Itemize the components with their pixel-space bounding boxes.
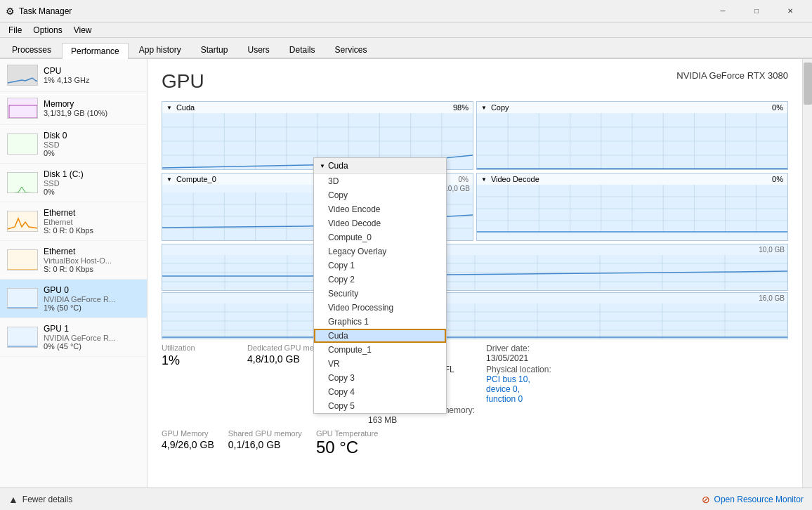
util-value: 1% xyxy=(162,353,239,368)
vd-label-text[interactable]: Video Decode xyxy=(491,175,539,183)
gpu0-name: GPU 0 xyxy=(44,285,140,295)
app-title: Task Manager xyxy=(19,6,72,16)
minimize-button[interactable]: ─ xyxy=(707,1,739,22)
disk0-info: Disk 0 SSD 0% xyxy=(44,131,140,157)
cuda-chevron: ▼ xyxy=(166,105,172,111)
disk1-thumb xyxy=(7,172,38,193)
dropdown-item-video-decode[interactable]: Video Decode xyxy=(314,216,446,230)
util-label: Utilization xyxy=(162,344,239,352)
sidebar-item-ethernet2[interactable]: Ethernet VirtualBox Host-O... S: 0 R: 0 … xyxy=(0,241,147,280)
chart-vd-label: ▼ Video Decode 0% xyxy=(477,174,787,185)
cpu-thumb xyxy=(7,65,38,86)
eth1-name: Ethernet xyxy=(44,208,140,218)
disk1-name: Disk 1 (C:) xyxy=(44,169,140,179)
sidebar-item-cpu[interactable]: CPU 1% 4,13 GHz xyxy=(0,59,147,92)
dropdown-item-copy1[interactable]: Copy 1 xyxy=(314,259,446,273)
chart-cuda-label: ▼ Cuda 98% xyxy=(162,102,473,113)
scrollbar-thumb[interactable] xyxy=(804,63,812,105)
gpu1-info: GPU 1 NVIDIA GeForce R... 0% (45 °C) xyxy=(44,324,140,351)
dropdown-item-legacy-overlay[interactable]: Legacy Overlay xyxy=(314,244,446,259)
bottom-bar: ▲ Fewer details ⊘ Open Resource Monitor xyxy=(0,488,812,510)
open-resource-monitor-btn[interactable]: ⊘ Open Resource Monitor xyxy=(702,494,804,505)
dropdown-header[interactable]: ▼ Cuda xyxy=(314,158,446,174)
menu-file[interactable]: File xyxy=(3,24,27,37)
dropdown-item-copy[interactable]: Copy xyxy=(314,188,446,202)
dropdown-item-copy3[interactable]: Copy 3 xyxy=(314,371,446,385)
gpu0-info: GPU 0 NVIDIA GeForce R... 1% (50 °C) xyxy=(44,285,140,312)
bottom-stats: GPU Memory 4,9/26,0 GB Shared GPU memory… xyxy=(162,429,788,457)
charts-grid: ▼ Cuda 98% xyxy=(162,101,788,241)
memory-name: Memory xyxy=(44,99,140,109)
right-panel: GPU NVIDIA GeForce RTX 3080 ▼ Cuda 98% xyxy=(148,59,802,488)
sidebar-item-disk1[interactable]: Disk 1 (C:) SSD 0% xyxy=(0,164,147,202)
app-icon: ⚙ xyxy=(6,6,15,17)
vd-percent: 0% xyxy=(772,175,783,183)
stat-temperature: GPU Temperature 50 °C xyxy=(316,429,378,457)
mem-label-text[interactable]: Compute_0 xyxy=(176,175,216,183)
copy-chevron: ▼ xyxy=(481,105,487,111)
cuda-dropdown-menu: ▼ Cuda 3D Copy Video Encode Video Decode… xyxy=(313,157,447,414)
vd-chevron: ▼ xyxy=(481,176,487,183)
disk1-info: Disk 1 (C:) SSD 0% xyxy=(44,169,140,196)
fewer-details-icon: ▲ xyxy=(8,494,18,505)
dropdown-item-video-encode[interactable]: Video Encode xyxy=(314,202,446,216)
info-phys-loc: Physical location: PCI bus 10, device 0,… xyxy=(486,365,551,404)
eth2-info: Ethernet VirtualBox Host-O... S: 0 R: 0 … xyxy=(44,247,140,273)
copy-label-text[interactable]: Copy xyxy=(491,103,509,112)
cpu-name: CPU xyxy=(44,66,140,76)
close-button[interactable]: ✕ xyxy=(774,1,806,22)
sidebar-item-gpu1[interactable]: GPU 1 NVIDIA GeForce R... 0% (45 °C) xyxy=(0,318,147,357)
shared-usage-area xyxy=(162,303,787,339)
svg-rect-8 xyxy=(8,289,38,309)
panel-device: NVIDIA GeForce RTX 3080 xyxy=(676,70,788,81)
dropdown-title: Cuda xyxy=(328,161,348,171)
disk0-type: SSD xyxy=(44,140,140,149)
tab-users[interactable]: Users xyxy=(238,41,278,58)
menu-options[interactable]: Options xyxy=(27,24,67,37)
chart-copy-label: ▼ Copy 0% xyxy=(477,102,787,113)
dropdown-item-graphics1[interactable]: Graphics 1 xyxy=(314,315,446,329)
tab-services[interactable]: Services xyxy=(326,41,376,58)
tab-details[interactable]: Details xyxy=(280,41,325,58)
tab-performance[interactable]: Performance xyxy=(62,43,129,59)
sidebar-item-disk0[interactable]: Disk 0 SSD 0% xyxy=(0,125,147,164)
gpu0-type: NVIDIA GeForce R... xyxy=(44,295,140,303)
tab-app-history[interactable]: App history xyxy=(130,41,190,58)
eth1-thumb xyxy=(7,211,38,232)
scrollbar-track[interactable] xyxy=(802,59,812,488)
dropdown-item-cuda[interactable]: Cuda xyxy=(314,329,446,343)
dropdown-item-compute1[interactable]: Compute_1 xyxy=(314,343,446,357)
cuda-label-text[interactable]: Cuda xyxy=(176,103,195,112)
dropdown-item-compute0[interactable]: Compute_0 xyxy=(314,230,446,244)
title-bar-left: ⚙ Task Manager xyxy=(6,6,72,17)
eth2-type: VirtualBox Host-O... xyxy=(44,256,140,265)
chart-copy: ▼ Copy 0% xyxy=(476,101,788,170)
svg-rect-5 xyxy=(8,211,38,232)
dropdown-item-3d[interactable]: 3D xyxy=(314,174,446,188)
disk0-name: Disk 0 xyxy=(44,131,140,140)
dropdown-item-copy5[interactable]: Copy 5 xyxy=(314,399,446,413)
dropdown-item-video-processing[interactable]: Video Processing xyxy=(314,301,446,315)
dropdown-item-copy2[interactable]: Copy 2 xyxy=(314,273,446,287)
mem-chevron: ▼ xyxy=(166,176,172,183)
dropdown-chevron: ▼ xyxy=(320,163,325,169)
cpu-val: 1% 4,13 GHz xyxy=(44,76,140,84)
sidebar-item-memory[interactable]: Memory 3,1/31,9 GB (10%) xyxy=(0,92,147,125)
panel-header: GPU NVIDIA GeForce RTX 3080 xyxy=(162,70,788,93)
sidebar-item-gpu0[interactable]: GPU 0 NVIDIA GeForce R... 1% (50 °C) xyxy=(0,280,147,318)
disk0-val: 0% xyxy=(44,149,140,157)
cpu-info: CPU 1% 4,13 GHz xyxy=(44,66,140,84)
tab-processes[interactable]: Processes xyxy=(3,41,60,58)
title-bar-controls: ─ □ ✕ xyxy=(707,1,806,22)
sidebar-item-ethernet1[interactable]: Ethernet Ethernet S: 0 R: 0 Kbps xyxy=(0,202,147,241)
dropdown-item-vr[interactable]: VR xyxy=(314,357,446,371)
dropdown-item-security[interactable]: Security xyxy=(314,287,446,301)
tab-startup[interactable]: Startup xyxy=(192,41,237,58)
eth2-thumb xyxy=(7,249,38,270)
maximize-button[interactable]: □ xyxy=(740,1,773,22)
svg-rect-10 xyxy=(8,327,38,348)
info-driver-date: Driver date: 13/05/2021 xyxy=(486,344,551,363)
dropdown-item-copy4[interactable]: Copy 4 xyxy=(314,385,446,399)
fewer-details-btn[interactable]: ▲ Fewer details xyxy=(8,494,72,505)
menu-view[interactable]: View xyxy=(68,24,98,37)
